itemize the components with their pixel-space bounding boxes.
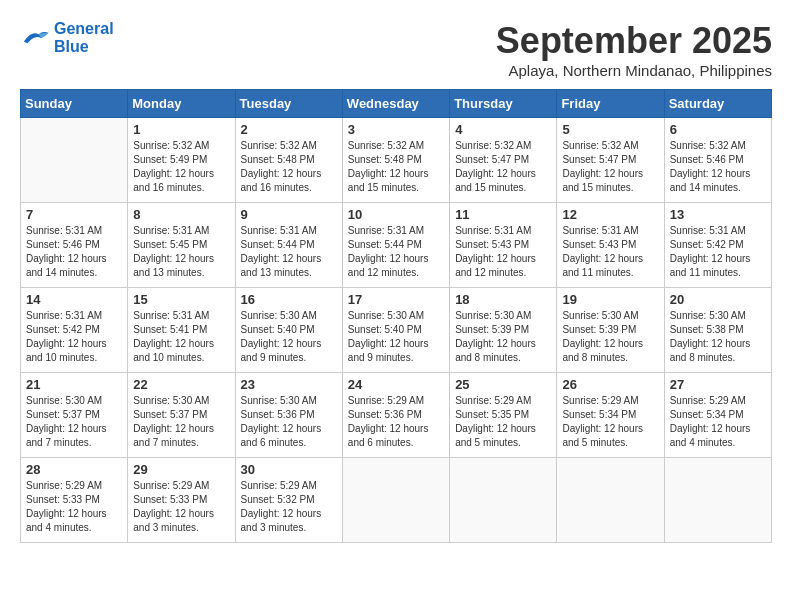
calendar-cell: 11Sunrise: 5:31 AM Sunset: 5:43 PM Dayli… xyxy=(450,203,557,288)
calendar-cell: 26Sunrise: 5:29 AM Sunset: 5:34 PM Dayli… xyxy=(557,373,664,458)
days-header-row: SundayMondayTuesdayWednesdayThursdayFrid… xyxy=(21,90,772,118)
day-number: 15 xyxy=(133,292,229,307)
calendar-cell: 28Sunrise: 5:29 AM Sunset: 5:33 PM Dayli… xyxy=(21,458,128,543)
day-of-week-header: Monday xyxy=(128,90,235,118)
day-info: Sunrise: 5:30 AM Sunset: 5:37 PM Dayligh… xyxy=(26,394,122,450)
week-row: 1Sunrise: 5:32 AM Sunset: 5:49 PM Daylig… xyxy=(21,118,772,203)
week-row: 28Sunrise: 5:29 AM Sunset: 5:33 PM Dayli… xyxy=(21,458,772,543)
day-number: 3 xyxy=(348,122,444,137)
day-number: 18 xyxy=(455,292,551,307)
calendar-cell: 23Sunrise: 5:30 AM Sunset: 5:36 PM Dayli… xyxy=(235,373,342,458)
month-title: September 2025 xyxy=(496,20,772,62)
calendar-cell: 14Sunrise: 5:31 AM Sunset: 5:42 PM Dayli… xyxy=(21,288,128,373)
day-number: 16 xyxy=(241,292,337,307)
day-info: Sunrise: 5:32 AM Sunset: 5:47 PM Dayligh… xyxy=(562,139,658,195)
calendar-cell: 17Sunrise: 5:30 AM Sunset: 5:40 PM Dayli… xyxy=(342,288,449,373)
day-number: 25 xyxy=(455,377,551,392)
day-number: 5 xyxy=(562,122,658,137)
page-header: General Blue September 2025 Aplaya, Nort… xyxy=(20,20,772,79)
logo-text: General Blue xyxy=(54,20,114,55)
calendar-cell xyxy=(342,458,449,543)
calendar-cell: 21Sunrise: 5:30 AM Sunset: 5:37 PM Dayli… xyxy=(21,373,128,458)
calendar-cell: 20Sunrise: 5:30 AM Sunset: 5:38 PM Dayli… xyxy=(664,288,771,373)
day-info: Sunrise: 5:29 AM Sunset: 5:34 PM Dayligh… xyxy=(670,394,766,450)
day-info: Sunrise: 5:31 AM Sunset: 5:42 PM Dayligh… xyxy=(670,224,766,280)
day-info: Sunrise: 5:30 AM Sunset: 5:36 PM Dayligh… xyxy=(241,394,337,450)
day-number: 21 xyxy=(26,377,122,392)
day-info: Sunrise: 5:29 AM Sunset: 5:32 PM Dayligh… xyxy=(241,479,337,535)
day-info: Sunrise: 5:29 AM Sunset: 5:35 PM Dayligh… xyxy=(455,394,551,450)
calendar-cell: 25Sunrise: 5:29 AM Sunset: 5:35 PM Dayli… xyxy=(450,373,557,458)
day-info: Sunrise: 5:32 AM Sunset: 5:48 PM Dayligh… xyxy=(348,139,444,195)
day-of-week-header: Thursday xyxy=(450,90,557,118)
calendar-cell: 9Sunrise: 5:31 AM Sunset: 5:44 PM Daylig… xyxy=(235,203,342,288)
calendar-cell xyxy=(450,458,557,543)
calendar-cell: 12Sunrise: 5:31 AM Sunset: 5:43 PM Dayli… xyxy=(557,203,664,288)
day-number: 1 xyxy=(133,122,229,137)
day-info: Sunrise: 5:31 AM Sunset: 5:44 PM Dayligh… xyxy=(348,224,444,280)
day-number: 28 xyxy=(26,462,122,477)
day-info: Sunrise: 5:31 AM Sunset: 5:43 PM Dayligh… xyxy=(455,224,551,280)
calendar-cell: 6Sunrise: 5:32 AM Sunset: 5:46 PM Daylig… xyxy=(664,118,771,203)
day-info: Sunrise: 5:29 AM Sunset: 5:33 PM Dayligh… xyxy=(26,479,122,535)
day-number: 4 xyxy=(455,122,551,137)
logo-icon xyxy=(20,26,50,50)
day-info: Sunrise: 5:31 AM Sunset: 5:44 PM Dayligh… xyxy=(241,224,337,280)
week-row: 7Sunrise: 5:31 AM Sunset: 5:46 PM Daylig… xyxy=(21,203,772,288)
day-number: 22 xyxy=(133,377,229,392)
day-info: Sunrise: 5:31 AM Sunset: 5:43 PM Dayligh… xyxy=(562,224,658,280)
day-number: 13 xyxy=(670,207,766,222)
day-number: 27 xyxy=(670,377,766,392)
calendar-cell: 19Sunrise: 5:30 AM Sunset: 5:39 PM Dayli… xyxy=(557,288,664,373)
calendar-cell: 29Sunrise: 5:29 AM Sunset: 5:33 PM Dayli… xyxy=(128,458,235,543)
day-of-week-header: Sunday xyxy=(21,90,128,118)
day-number: 9 xyxy=(241,207,337,222)
day-of-week-header: Tuesday xyxy=(235,90,342,118)
day-number: 23 xyxy=(241,377,337,392)
calendar-cell: 7Sunrise: 5:31 AM Sunset: 5:46 PM Daylig… xyxy=(21,203,128,288)
calendar-cell: 22Sunrise: 5:30 AM Sunset: 5:37 PM Dayli… xyxy=(128,373,235,458)
calendar-cell: 2Sunrise: 5:32 AM Sunset: 5:48 PM Daylig… xyxy=(235,118,342,203)
calendar-cell: 18Sunrise: 5:30 AM Sunset: 5:39 PM Dayli… xyxy=(450,288,557,373)
calendar-cell xyxy=(21,118,128,203)
calendar-cell xyxy=(557,458,664,543)
week-row: 14Sunrise: 5:31 AM Sunset: 5:42 PM Dayli… xyxy=(21,288,772,373)
day-number: 6 xyxy=(670,122,766,137)
logo: General Blue xyxy=(20,20,114,55)
day-number: 12 xyxy=(562,207,658,222)
day-number: 20 xyxy=(670,292,766,307)
day-number: 30 xyxy=(241,462,337,477)
day-number: 7 xyxy=(26,207,122,222)
day-info: Sunrise: 5:30 AM Sunset: 5:40 PM Dayligh… xyxy=(241,309,337,365)
calendar-cell: 3Sunrise: 5:32 AM Sunset: 5:48 PM Daylig… xyxy=(342,118,449,203)
day-info: Sunrise: 5:31 AM Sunset: 5:41 PM Dayligh… xyxy=(133,309,229,365)
day-info: Sunrise: 5:31 AM Sunset: 5:42 PM Dayligh… xyxy=(26,309,122,365)
day-info: Sunrise: 5:31 AM Sunset: 5:45 PM Dayligh… xyxy=(133,224,229,280)
day-number: 2 xyxy=(241,122,337,137)
calendar-cell: 10Sunrise: 5:31 AM Sunset: 5:44 PM Dayli… xyxy=(342,203,449,288)
day-info: Sunrise: 5:31 AM Sunset: 5:46 PM Dayligh… xyxy=(26,224,122,280)
day-number: 8 xyxy=(133,207,229,222)
day-info: Sunrise: 5:29 AM Sunset: 5:36 PM Dayligh… xyxy=(348,394,444,450)
calendar-cell: 8Sunrise: 5:31 AM Sunset: 5:45 PM Daylig… xyxy=(128,203,235,288)
day-number: 17 xyxy=(348,292,444,307)
day-of-week-header: Wednesday xyxy=(342,90,449,118)
calendar-table: SundayMondayTuesdayWednesdayThursdayFrid… xyxy=(20,89,772,543)
day-of-week-header: Saturday xyxy=(664,90,771,118)
week-row: 21Sunrise: 5:30 AM Sunset: 5:37 PM Dayli… xyxy=(21,373,772,458)
day-number: 14 xyxy=(26,292,122,307)
day-number: 11 xyxy=(455,207,551,222)
day-info: Sunrise: 5:30 AM Sunset: 5:38 PM Dayligh… xyxy=(670,309,766,365)
day-info: Sunrise: 5:30 AM Sunset: 5:39 PM Dayligh… xyxy=(562,309,658,365)
day-info: Sunrise: 5:32 AM Sunset: 5:48 PM Dayligh… xyxy=(241,139,337,195)
calendar-cell: 24Sunrise: 5:29 AM Sunset: 5:36 PM Dayli… xyxy=(342,373,449,458)
day-info: Sunrise: 5:32 AM Sunset: 5:47 PM Dayligh… xyxy=(455,139,551,195)
calendar-cell: 15Sunrise: 5:31 AM Sunset: 5:41 PM Dayli… xyxy=(128,288,235,373)
day-info: Sunrise: 5:32 AM Sunset: 5:49 PM Dayligh… xyxy=(133,139,229,195)
day-info: Sunrise: 5:29 AM Sunset: 5:33 PM Dayligh… xyxy=(133,479,229,535)
calendar-cell: 4Sunrise: 5:32 AM Sunset: 5:47 PM Daylig… xyxy=(450,118,557,203)
day-info: Sunrise: 5:30 AM Sunset: 5:39 PM Dayligh… xyxy=(455,309,551,365)
calendar-cell xyxy=(664,458,771,543)
day-number: 19 xyxy=(562,292,658,307)
calendar-cell: 16Sunrise: 5:30 AM Sunset: 5:40 PM Dayli… xyxy=(235,288,342,373)
